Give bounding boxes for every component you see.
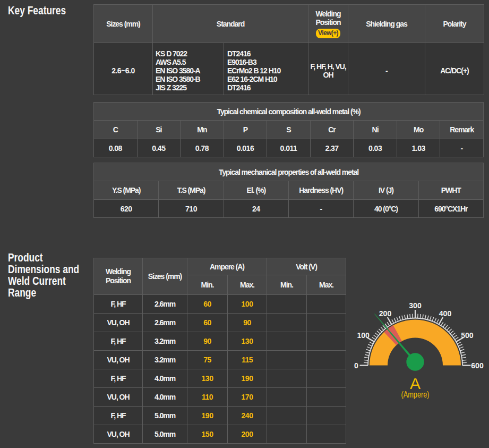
svg-text:(Ampere): (Ampere) — [401, 390, 430, 399]
svg-text:300: 300 — [409, 301, 422, 310]
svg-text:200: 200 — [379, 309, 392, 318]
svg-text:500: 500 — [461, 331, 474, 340]
svg-text:400: 400 — [439, 309, 452, 318]
svg-text:600: 600 — [471, 361, 484, 370]
svg-text:100: 100 — [357, 331, 370, 340]
svg-text:0: 0 — [354, 361, 358, 370]
